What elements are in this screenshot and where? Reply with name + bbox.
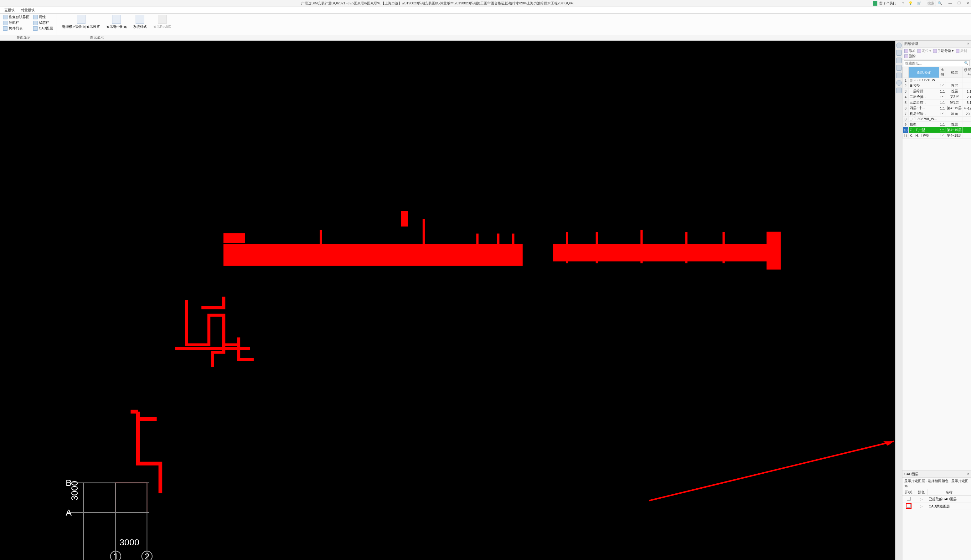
status-icon (33, 21, 38, 25)
show-sel-icon (112, 15, 121, 24)
system-style-button[interactable]: 系统样式 (130, 14, 150, 30)
restore-icon (3, 15, 8, 19)
show-selected-button[interactable]: 显示选中图元 (103, 14, 130, 30)
list-icon (3, 26, 8, 31)
cad-layer-toggle[interactable]: CAD图层 (33, 26, 53, 31)
search-input[interactable]: 搜索 (926, 1, 936, 6)
title-bar: 广联达BIM安装计量GQI2021 - [E:\国众联\a国众联\6.【上海力波… (0, 0, 971, 7)
nav-icon (3, 21, 8, 25)
component-list-toggle[interactable]: 构件列表 (3, 26, 30, 31)
module-tabs: 更模块 对量模块 (0, 7, 971, 14)
avatar[interactable] (873, 1, 877, 6)
layer-icon (33, 26, 38, 31)
help-icon[interactable]: ? (902, 1, 904, 5)
properties-toggle[interactable]: 属性 (33, 14, 53, 20)
cart-icon[interactable]: 🛒 (917, 1, 921, 5)
properties-icon (33, 15, 38, 19)
tab-more-module[interactable]: 更模块 (1, 7, 18, 13)
revit-id-button: 显示RevitID (150, 14, 174, 30)
nav-bar-toggle[interactable]: 导航栏 (3, 20, 30, 25)
ribbon-group-label-1: 界面显示 (0, 35, 47, 40)
minimize-button[interactable]: — (948, 1, 952, 5)
username[interactable]: 留了个吴门 (879, 1, 896, 6)
maximize-button[interactable]: ❐ (958, 1, 961, 5)
tab-compare-module[interactable]: 对量模块 (18, 7, 38, 13)
ribbon: 恢复默认界面 属性 导航栏 状态栏 构件列表 CAD图层 选择楼层及图元显示设置… (0, 14, 971, 35)
floor-icon (77, 15, 85, 24)
revit-icon (158, 15, 167, 24)
bulb-icon[interactable]: 💡 (908, 1, 913, 5)
status-bar-toggle[interactable]: 状态栏 (33, 20, 53, 25)
close-button[interactable]: ✕ (966, 1, 969, 5)
restore-ui-button[interactable]: 恢复默认界面 (3, 14, 30, 20)
style-icon (135, 15, 144, 24)
search-icon[interactable]: 🔍 (938, 1, 942, 5)
ribbon-group-label-2: 图元显示 (53, 35, 141, 40)
window-title: 广联达BIM安装计量GQI2021 - [E:\国众联\a国众联\6.【上海力波… (2, 1, 873, 6)
select-floor-button[interactable]: 选择楼层及图元显示设置 (59, 14, 103, 30)
